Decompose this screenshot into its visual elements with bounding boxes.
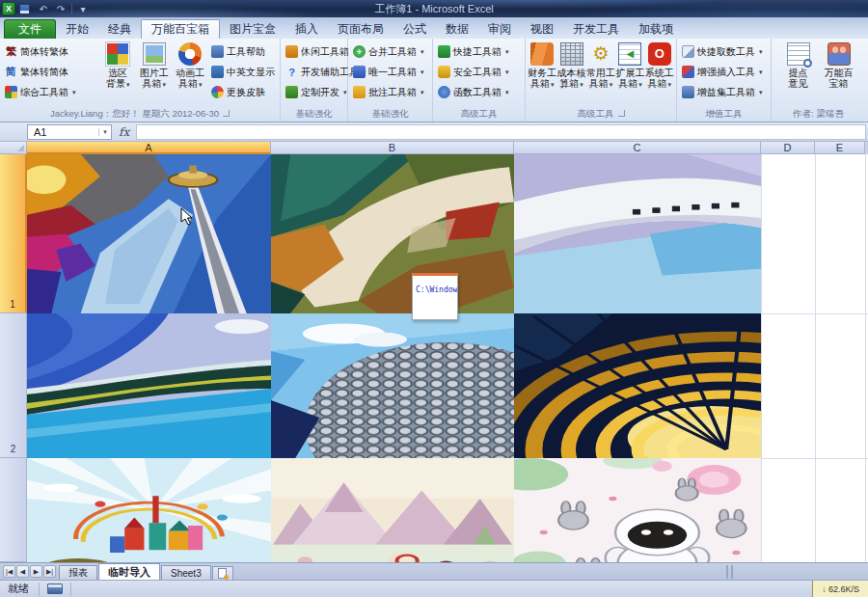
image-astronaut-bunnies-cartoon[interactable] (514, 458, 761, 562)
window-icon (285, 86, 298, 98)
next-sheet-button[interactable]: ▶ (30, 565, 42, 578)
name-box-value: A1 (28, 126, 98, 138)
btn-unique-toolbox[interactable]: 唯一工具箱▾ (350, 62, 430, 82)
btn-treasure-box[interactable]: 万能百 宝箱 (822, 41, 856, 89)
btn-custom-development[interactable]: 定制开发▾ (283, 82, 345, 102)
btn-cost-accounting-box[interactable]: 成本核 算箱▾ (556, 41, 585, 90)
sheet-tab-temp-import[interactable]: 临时导入 (98, 563, 160, 580)
help-icon (211, 45, 224, 58)
tab-review[interactable]: 审阅 (478, 19, 521, 39)
lock-icon (438, 66, 450, 78)
group-label-basic2: 基础强化 (348, 108, 432, 121)
dialog-launcher-icon[interactable] (223, 110, 230, 117)
btn-comment-toolbox[interactable]: 批注工具箱▾ (350, 82, 430, 102)
btn-security-toolbox[interactable]: 安全工具箱▾ (435, 62, 523, 82)
group-label-basic1: 基础强化 (281, 108, 347, 121)
btn-feedback[interactable]: 提点 意见 (781, 41, 816, 89)
btn-animation-toolbox[interactable]: 动画工 具箱▾ (173, 41, 208, 90)
btn-selection-background[interactable]: 选区 背景▾ (100, 41, 136, 90)
formula-input[interactable] (136, 124, 866, 140)
btn-finance-toolbox[interactable]: 财务工 具箱▾ (528, 41, 556, 90)
btn-picture-toolbox[interactable]: 图片工 具箱▾ (136, 41, 172, 90)
sheet-tab-sheet3[interactable]: Sheet3 (161, 565, 211, 580)
grid-icon (5, 86, 17, 98)
column-header-e[interactable]: E (815, 142, 865, 154)
column-header-c[interactable]: C (514, 142, 761, 154)
image-space-needle-photo[interactable] (27, 154, 271, 313)
btn-quick-fetch-tools[interactable]: 快捷取数工具▾ (679, 41, 769, 62)
name-box[interactable]: A1 ▾ (27, 124, 112, 140)
tab-scrollbar-splitter[interactable] (726, 565, 733, 579)
btn-tool-help[interactable]: 工具帮助 (208, 41, 278, 62)
row-header-1[interactable]: 1 (0, 154, 27, 313)
sheet-tab-bar: |◀ ◀ ▶ ▶| 报表 临时导入 Sheet3 (0, 562, 868, 580)
image-pastel-dolls-illustration[interactable] (271, 458, 514, 562)
image-disc-facade-building[interactable] (271, 313, 514, 458)
column-header-a[interactable]: A (27, 142, 271, 154)
calculator-icon (560, 42, 583, 66)
tab-picture-box[interactable]: 图片宝盒 (220, 19, 285, 39)
status-separator (39, 583, 40, 596)
tab-home[interactable]: 开始 (56, 19, 98, 39)
gridline (865, 154, 866, 562)
btn-merge-toolbox[interactable]: + 合并工具箱▾ (350, 41, 430, 62)
btn-function-toolbox[interactable]: 函数工具箱▾ (435, 82, 523, 102)
btn-language-display[interactable]: 中英文显示 (208, 62, 278, 82)
row-header-2[interactable]: 2 (0, 313, 27, 458)
tab-data[interactable]: 数据 (436, 19, 478, 39)
prev-sheet-button[interactable]: ◀ (16, 565, 29, 578)
tab-formulas[interactable]: 公式 (393, 19, 436, 39)
tab-developer[interactable]: 开发工具 (563, 19, 629, 39)
tab-file[interactable]: 文件 (4, 19, 56, 39)
column-header-b[interactable]: B (271, 142, 514, 154)
titlebar: X ↶ ↷ ▾ 工作簿1 - Microsoft Excel (0, 0, 868, 17)
tab-page-layout[interactable]: 页面布局 (328, 19, 393, 39)
tab-addins[interactable]: 加载项 (629, 19, 683, 39)
row-header-3[interactable] (0, 458, 27, 562)
btn-gain-set-toolbox[interactable]: 增益集工具箱▾ (679, 82, 769, 102)
column-headers: A B C D E (0, 142, 868, 154)
sheet-canvas[interactable]: 1 2 (0, 154, 868, 562)
btn-dev-assist-tools[interactable]: ? 开发辅助工具▾ (283, 62, 345, 82)
select-all-corner[interactable] (0, 142, 27, 154)
image-white-curved-building[interactable] (514, 154, 761, 313)
ribbon-group-greeting: 繁 简体转繁体 简 繁体转简体 综合工具箱▾ 选区 背景▾ (0, 39, 281, 122)
status-separator (70, 583, 71, 596)
btn-combined-toolbox[interactable]: 综合工具箱▾ (2, 82, 100, 102)
btn-simplified-to-traditional[interactable]: 繁 简体转繁体 (2, 41, 100, 62)
macro-record-icon[interactable] (47, 583, 63, 594)
status-ready-text: 就绪 (0, 582, 39, 596)
ribbon-group-value-added: 快捷取数工具▾ 增强插入工具▾ 增益集工具箱▾ 增值工具 (677, 39, 772, 122)
insert-worksheet-tab[interactable] (212, 566, 233, 580)
btn-leisure-toolbox[interactable]: 休闲工具箱▾ (283, 41, 345, 62)
btn-traditional-to-simplified[interactable]: 简 繁体转简体 (2, 62, 100, 82)
btn-system-toolbox[interactable]: O 系统工 具箱▾ (645, 41, 674, 90)
network-speed-badge: ↓ 62.6K/S (812, 581, 868, 597)
funnel-icon (682, 66, 694, 78)
tab-classic[interactable]: 经典 (98, 19, 141, 39)
tab-insert[interactable]: 插入 (285, 19, 328, 39)
window-title: 工作簿1 - Microsoft Excel (0, 2, 868, 16)
image-turtle-city-cartoon[interactable] (27, 458, 271, 562)
image-abstract-architecture[interactable] (271, 154, 514, 313)
btn-common-toolbox[interactable]: ⚙ 常用工 具箱▾ (586, 41, 615, 90)
btn-enhanced-insert-tools[interactable]: 增强插入工具▾ (679, 62, 769, 82)
btn-extended-toolbox[interactable]: ◀ 扩展工 具箱▾ (615, 41, 644, 90)
ribbon-group-advanced1: 快捷工具箱▾ 安全工具箱▾ 函数工具箱▾ 高级工具 (433, 39, 526, 122)
status-bar: 就绪 ↓ 62.6K/S (0, 580, 868, 597)
insert-function-button[interactable]: fx (119, 125, 129, 139)
first-sheet-button[interactable]: |◀ (3, 565, 15, 578)
btn-quick-toolbox[interactable]: 快捷工具箱▾ (435, 41, 523, 62)
tab-toolbox-active[interactable]: 万能百宝箱 (141, 19, 220, 39)
btn-change-skin[interactable]: 更换皮肤 (208, 82, 278, 102)
name-box-dropdown[interactable]: ▾ (98, 128, 111, 136)
picture-icon (143, 42, 166, 66)
image-blue-abstract[interactable] (27, 313, 271, 458)
image-golden-tunnel[interactable] (514, 313, 761, 458)
question-icon: ? (285, 66, 298, 78)
sheet-tab-report[interactable]: 报表 (59, 565, 97, 580)
tab-view[interactable]: 视图 (521, 19, 563, 39)
dialog-launcher-icon[interactable] (618, 110, 625, 117)
column-header-d[interactable]: D (761, 142, 815, 154)
last-sheet-button[interactable]: ▶| (43, 565, 56, 578)
